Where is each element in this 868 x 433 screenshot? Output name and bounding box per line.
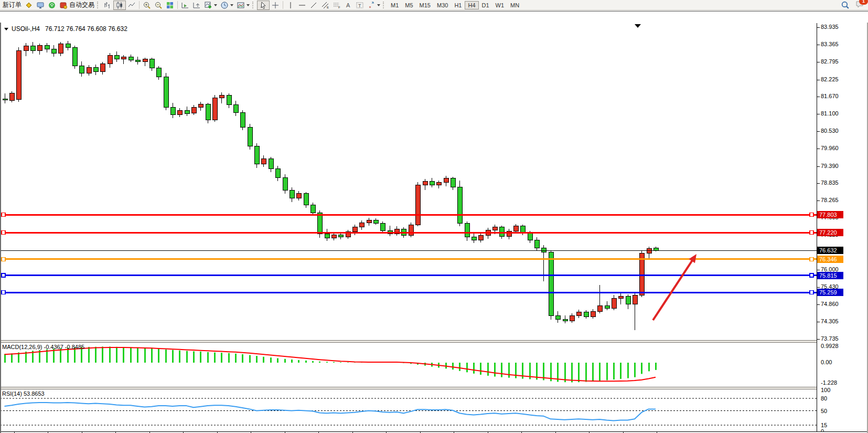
ohlc-quote-label: 76.712 76.764 76.608 76.632 — [45, 25, 127, 33]
chart-shift-marker-icon[interactable] — [635, 24, 641, 28]
macd-pane[interactable]: MACD(12,26,9) -0.4367 -0.8485 — [0, 343, 817, 387]
tf-button-m15[interactable]: M15 — [416, 1, 434, 9]
candlestick-chart-button[interactable] — [113, 1, 126, 10]
chevron-down-icon — [377, 4, 380, 6]
rsi-label: RSI(14) 53.8653 — [2, 390, 45, 397]
tf-button-m1[interactable]: M1 — [388, 1, 402, 9]
price-tick-label: 83.365 — [821, 41, 839, 47]
rsi-axis-label: 50 — [821, 408, 827, 414]
rsi-axis-label: 80 — [821, 395, 827, 402]
fibonacci-button[interactable]: F — [331, 1, 342, 10]
price-axis[interactable]: 83.93583.36582.79582.22581.67081.10080.5… — [817, 23, 868, 431]
bar-chart-button[interactable] — [102, 1, 113, 10]
trendline-button[interactable] — [308, 1, 319, 10]
price-tick-label: 80.530 — [821, 128, 839, 134]
zoom-in-button[interactable] — [141, 1, 153, 10]
horizontal-line-button[interactable] — [296, 1, 308, 10]
macd-axis-label: 0.00 — [821, 359, 832, 365]
vertical-line-button[interactable] — [285, 1, 296, 10]
templates-button[interactable] — [235, 1, 251, 10]
notifications-button[interactable]: 1 — [855, 0, 865, 10]
price-line-badge: 75.815 — [817, 272, 843, 279]
candles-plot — [0, 23, 817, 340]
tf-button-mn[interactable]: MN — [507, 1, 522, 9]
auto-scroll-button[interactable] — [179, 1, 191, 10]
svg-text:T: T — [358, 3, 361, 8]
price-tick-mark — [817, 114, 820, 114]
new-order-button[interactable]: 新订单 — [1, 1, 23, 10]
current-price-badge: 76.632 — [817, 247, 843, 254]
price-tick-mark — [817, 287, 820, 288]
price-tick-mark — [817, 270, 820, 270]
auto-trading-button[interactable]: 自动交易 — [58, 1, 96, 10]
price-line-badge: 77.220 — [817, 229, 843, 236]
toolbar-grip — [97, 2, 100, 8]
tf-button-h1[interactable]: H1 — [451, 1, 465, 9]
svg-text:A: A — [346, 2, 350, 8]
main-price-pane[interactable]: USOil-,H4 76.712 76.764 76.608 76.632 — [0, 23, 817, 340]
arrows-button[interactable] — [366, 1, 382, 10]
toolbar: 新订单 自动交易 E F A T M1 M5 M15 M30 H1 H4 D1 … — [0, 0, 868, 10]
price-tick-label: 78.265 — [821, 197, 839, 203]
chart-shift-button[interactable] — [191, 1, 202, 10]
toolbar-grip — [252, 2, 255, 8]
notification-badge: 1 — [859, 0, 868, 5]
price-tick-label: 73.735 — [821, 335, 839, 342]
macd-label: MACD(12,26,9) -0.4367 -0.8485 — [2, 344, 84, 350]
tf-button-d1[interactable]: D1 — [479, 1, 492, 9]
tile-windows-button[interactable] — [164, 1, 176, 10]
macd-plot — [0, 343, 817, 387]
price-tick-mark — [817, 183, 820, 184]
price-tick-mark — [817, 322, 820, 322]
toolbar-separator — [177, 1, 178, 9]
search-icon[interactable] — [839, 1, 851, 10]
price-tick-mark — [817, 97, 820, 97]
candles — [3, 41, 658, 331]
price-tick-label: 74.305 — [821, 318, 839, 324]
periods-button[interactable] — [219, 1, 235, 10]
price-tick-mark — [817, 166, 820, 167]
price-tick-label: 82.225 — [821, 76, 839, 82]
tf-button-w1[interactable]: W1 — [492, 1, 508, 9]
price-tick-label: 83.935 — [821, 24, 839, 30]
symbol-period-label: USOil-,H4 — [12, 25, 40, 33]
tf-button-m5[interactable]: M5 — [402, 1, 416, 9]
rsi-axis-label: 15 — [821, 422, 827, 428]
cursor-button[interactable] — [257, 1, 270, 10]
zoom-out-button[interactable] — [153, 1, 164, 10]
chart-window: USOil-,H4 76.712 76.764 76.608 76.632 MA… — [0, 11, 868, 433]
macd-axis-label: -1.228 — [821, 379, 837, 386]
price-tick-label: 82.795 — [821, 58, 839, 65]
tf-button-h4[interactable]: H4 — [465, 1, 478, 9]
indicators-button[interactable] — [202, 1, 219, 10]
window-left-edge — [0, 23, 1, 433]
rsi-plot — [0, 389, 817, 431]
price-tick-mark — [817, 45, 820, 45]
deposit-icon[interactable] — [23, 1, 35, 10]
trend-arrow — [653, 258, 694, 320]
macd-histogram — [5, 346, 656, 382]
terminal-icon[interactable] — [35, 1, 46, 10]
line-chart-button[interactable] — [126, 1, 137, 10]
equidistant-channel-button[interactable]: E — [319, 1, 331, 10]
price-tick-label: 74.860 — [821, 301, 839, 307]
price-tick-mark — [817, 131, 820, 132]
crosshair-button[interactable] — [270, 1, 281, 10]
text-button[interactable]: A — [342, 1, 354, 10]
rsi-pane[interactable]: RSI(14) 53.8653 — [0, 389, 817, 431]
rsi-line — [5, 403, 656, 421]
signal-icon[interactable] — [46, 1, 58, 10]
chevron-down-icon — [230, 4, 233, 6]
price-line-badge: 75.259 — [817, 289, 843, 296]
price-tick-label: 78.835 — [821, 179, 839, 186]
chevron-down-icon — [214, 4, 217, 6]
chart-title: USOil-,H4 76.712 76.764 76.608 76.632 — [4, 25, 127, 33]
text-label-button[interactable]: T — [354, 1, 366, 10]
tf-button-m30[interactable]: M30 — [434, 1, 451, 9]
one-click-trading-arrow-icon[interactable] — [4, 28, 8, 30]
price-tick-mark — [817, 27, 820, 28]
price-tick-mark — [817, 339, 820, 340]
price-tick-mark — [817, 62, 820, 62]
price-tick-label: 79.960 — [821, 145, 839, 151]
price-tick-label: 81.670 — [821, 93, 839, 99]
